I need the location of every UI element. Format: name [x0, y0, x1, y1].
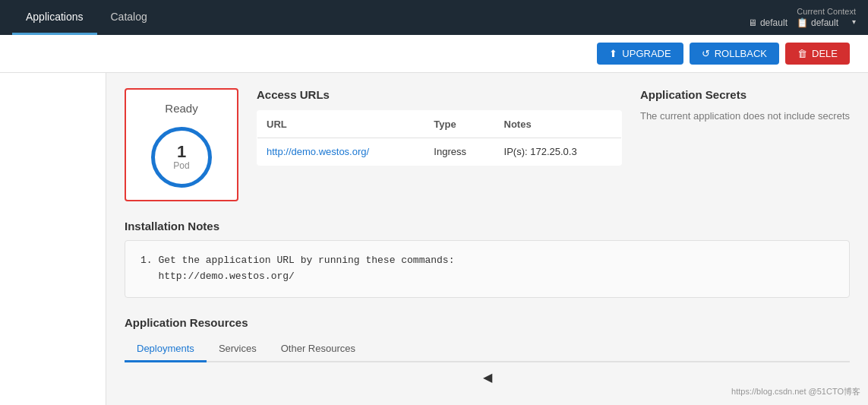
clipboard-icon: 📋	[797, 17, 808, 28]
rollback-icon: ↺	[702, 48, 710, 59]
install-notes-title: Installation Notes	[125, 220, 850, 233]
pod-label: Pod	[173, 160, 189, 171]
col-notes: Notes	[495, 111, 622, 138]
main-content: Ready 1 Pod Access URLs URL Type Notes	[0, 73, 868, 405]
pod-circle: 1 Pod	[151, 127, 212, 188]
server-icon: 🖥	[748, 17, 757, 28]
nav-item-applications[interactable]: Applications	[12, 0, 97, 35]
url-link[interactable]: http://demo.westos.org/	[267, 146, 369, 157]
top-navigation: Applications Catalog Current Context 🖥 d…	[0, 0, 868, 35]
context-values: 🖥 default 📋 default ▾	[748, 17, 856, 28]
app-secrets-section: Application Secrets The current applicat…	[640, 88, 850, 201]
access-urls-title: Access URLs	[257, 88, 622, 101]
tab-deployments[interactable]: Deployments	[125, 337, 207, 362]
toolbar: ⬆ UPGRADE ↺ ROLLBACK 🗑 DELE	[0, 35, 868, 73]
upgrade-icon: ⬆	[609, 48, 617, 59]
chevron-down-icon[interactable]: ▾	[852, 17, 856, 28]
delete-button[interactable]: 🗑 DELE	[785, 43, 850, 65]
tab-services[interactable]: Services	[207, 337, 269, 362]
nav-context: Current Context 🖥 default 📋 default ▾	[748, 7, 856, 28]
notes-cell: IP(s): 172.25.0.3	[495, 138, 622, 166]
nav-items: Applications Catalog	[12, 0, 748, 35]
pod-count: 1	[177, 144, 186, 160]
resources-tabs: Deployments Services Other Resources	[125, 337, 850, 362]
secrets-message: The current application does not include…	[640, 110, 850, 122]
content-area: Ready 1 Pod Access URLs URL Type Notes	[106, 73, 868, 405]
table-row: http://demo.westos.org/ Ingress IP(s): 1…	[257, 138, 622, 166]
sidebar-item-placeholder[interactable]	[0, 85, 106, 100]
col-type: Type	[425, 111, 494, 138]
top-section: Ready 1 Pod Access URLs URL Type Notes	[125, 88, 850, 201]
context-item-1: 🖥 default	[748, 17, 788, 28]
ready-title: Ready	[165, 102, 197, 115]
url-table: URL Type Notes http://demo.westos.org/ I…	[257, 110, 622, 166]
context-label: Current Context	[797, 7, 856, 16]
installation-notes: Installation Notes 1. Get the applicatio…	[125, 220, 850, 298]
trash-icon: 🗑	[797, 48, 807, 59]
sidebar	[0, 73, 106, 405]
url-cell: http://demo.westos.org/	[257, 138, 425, 166]
context-item-2: 📋 default	[797, 17, 838, 28]
tab-other-resources[interactable]: Other Resources	[269, 337, 368, 362]
upgrade-button[interactable]: ⬆ UPGRADE	[597, 43, 683, 65]
resources-title: Application Resources	[125, 316, 850, 329]
col-url: URL	[257, 111, 425, 138]
type-cell: Ingress	[425, 138, 494, 166]
nav-item-catalog[interactable]: Catalog	[97, 0, 161, 35]
ready-box: Ready 1 Pod	[125, 88, 238, 201]
secrets-title: Application Secrets	[640, 88, 850, 101]
notes-content: 1. Get the application URL by running th…	[125, 240, 850, 298]
application-resources: Application Resources Deployments Servic…	[125, 316, 850, 384]
access-urls-section: Access URLs URL Type Notes http://demo.w…	[257, 88, 622, 201]
cursor-icon: ◀	[483, 370, 492, 384]
rollback-button[interactable]: ↺ ROLLBACK	[690, 43, 779, 65]
cursor-area: ◀	[125, 362, 850, 384]
